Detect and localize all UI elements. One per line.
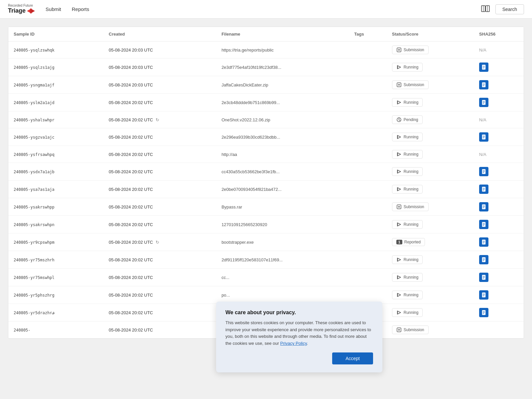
cell-sample-id: 240805-ysdx7a1ajb <box>8 163 103 181</box>
status-badge: Running <box>392 255 423 264</box>
col-filename: Filename <box>216 27 349 42</box>
sha-doc-icon[interactable] <box>479 80 488 89</box>
cell-sample-id: 240805-ysgzva1ajc <box>8 128 103 146</box>
cell-sample-id: 240805- <box>8 322 103 338</box>
cell-status: Running <box>387 128 474 146</box>
cell-tags <box>349 59 386 76</box>
cell-sha256: N/A <box>474 42 524 59</box>
cell-status: Pending <box>387 111 474 128</box>
table-row[interactable]: 240805-ysqlzswhqk05-08-2024 20:03 UTChtt… <box>8 42 524 59</box>
table-row[interactable]: 240805-yslm2a1ajd05-08-2024 20:02 UTC2e3… <box>8 94 524 111</box>
cell-sha256 <box>474 76 524 94</box>
cell-sample-id: 240805-ysa7as1aja <box>8 181 103 198</box>
status-badge: Running <box>392 273 423 282</box>
status-badge: Running <box>392 167 423 176</box>
cell-filename: cc430a55cb53662be3f3e1fb... <box>216 163 349 181</box>
cell-sha256 <box>474 181 524 198</box>
table-row[interactable]: 240805-ysgzva1ajc05-08-2024 20:02 UTC2e2… <box>8 128 524 146</box>
cell-tags <box>349 76 386 94</box>
sha-doc-icon[interactable] <box>479 202 488 211</box>
cell-sample-id: 240805-yr9cpswhpm <box>8 233 103 251</box>
sha-doc-icon[interactable] <box>479 220 488 229</box>
cell-status: Running <box>387 59 474 76</box>
cell-created: 05-08-2024 20:02 UTC <box>103 216 216 233</box>
main-content: Sample ID Created Filename Tags Status/S… <box>0 19 532 347</box>
table-row[interactable]: 240805-ysa7as1aja05-08-2024 20:02 UTC2e0… <box>8 181 524 198</box>
sha-doc-icon[interactable] <box>479 255 488 264</box>
privacy-policy-link[interactable]: Privacy Policy <box>280 341 307 346</box>
table-row[interactable]: 240805-ysfrsawhpq05-08-2024 20:02 UTChtt… <box>8 146 524 163</box>
status-badge: Submission <box>392 202 429 211</box>
nav-reports[interactable]: Reports <box>72 6 89 12</box>
status-badge: Pending <box>392 115 423 124</box>
status-badge: 1 Reported <box>392 238 425 246</box>
sha-doc-icon[interactable] <box>479 132 488 142</box>
table-row[interactable]: 240805-ysdx7a1ajb05-08-2024 20:02 UTCcc4… <box>8 163 524 181</box>
status-badge: Submission <box>392 46 429 54</box>
tri-right-icon <box>30 8 35 14</box>
col-sha256: SHA256 <box>474 27 524 42</box>
submission-icon <box>396 82 402 87</box>
cell-tags <box>349 181 386 198</box>
nav-submit[interactable]: Submit <box>46 6 61 12</box>
sha-doc-icon[interactable] <box>479 185 488 194</box>
sha-doc-icon[interactable] <box>479 63 488 72</box>
cell-tags <box>349 233 386 251</box>
table-row[interactable]: 240805-yr75mswhpl05-08-2024 20:02 UTCcc.… <box>8 269 524 286</box>
sha-doc-icon[interactable] <box>479 98 488 107</box>
cell-status: Submission <box>387 42 474 59</box>
col-created: Created <box>103 27 216 42</box>
table-row[interactable]: 240805-yshalswhpr05-08-2024 20:02 UTC ↻O… <box>8 111 524 128</box>
cell-sample-id: 240805-ysakrswhpp <box>8 198 103 216</box>
cell-created: 05-08-2024 20:02 UTC <box>103 322 216 338</box>
cell-sha256 <box>474 198 524 216</box>
refresh-icon[interactable]: ↻ <box>156 117 159 122</box>
cell-status: Running <box>387 251 474 269</box>
table-row[interactable]: 240805-yr9cpswhpm05-08-2024 20:02 UTC ↻b… <box>8 233 524 251</box>
book-icon[interactable] <box>481 5 490 13</box>
sha-doc-icon[interactable] <box>479 290 488 300</box>
cookie-text: This website stores cookies on your comp… <box>225 320 373 347</box>
main-nav: Submit Reports <box>46 6 481 12</box>
table-row[interactable]: 240805-yr5phszhrg05-08-2024 20:02 UTCpo.… <box>8 286 524 304</box>
table-row[interactable]: 240805-yr75mszhrh05-08-2024 20:02 UTC2df… <box>8 251 524 269</box>
cell-status: Running <box>387 286 474 304</box>
sha-doc-icon[interactable] <box>479 167 488 176</box>
cell-sha256 <box>474 59 524 76</box>
cell-created: 05-08-2024 20:02 UTC <box>103 251 216 269</box>
cell-filename: Bypass.rar <box>216 198 349 216</box>
cell-filename: 2e0be0700934054f821ba472... <box>216 181 349 198</box>
refresh-icon[interactable]: ↻ <box>156 240 159 245</box>
cell-status: Running <box>387 216 474 233</box>
cell-tags <box>349 269 386 286</box>
cell-tags <box>349 42 386 59</box>
cell-status: Submission <box>387 198 474 216</box>
submission-icon <box>396 327 402 332</box>
status-badge: Running <box>392 98 423 107</box>
col-status: Status/Score <box>387 27 474 42</box>
cell-tags <box>349 198 386 216</box>
col-tags: Tags <box>349 27 386 42</box>
cell-created: 05-08-2024 20:02 UTC <box>103 94 216 111</box>
sha-doc-icon[interactable] <box>479 273 488 282</box>
header-right: Search <box>481 4 524 14</box>
cell-tags <box>349 286 386 304</box>
table-row[interactable]: 240805-ysakrswhpn05-08-2024 20:02 UTC127… <box>8 216 524 233</box>
cell-created: 05-08-2024 20:02 UTC <box>103 286 216 304</box>
cell-status: Submission <box>387 322 474 338</box>
cell-sha256: N/A <box>474 146 524 163</box>
sha-doc-icon[interactable] <box>479 308 488 317</box>
cell-sample-id: 240805-yslm2a1ajd <box>8 94 103 111</box>
running-icon <box>396 257 402 262</box>
table-row[interactable]: 240805-ysakrswhpp05-08-2024 20:02 UTCByp… <box>8 198 524 216</box>
cell-sample-id: 240805-ysakrswhpn <box>8 216 103 233</box>
table-row[interactable]: 240805-ysngma1ajf05-08-2024 20:03 UTCJaf… <box>8 76 524 94</box>
status-badge: Running <box>392 308 423 317</box>
cell-created: 05-08-2024 20:02 UTC <box>103 198 216 216</box>
cell-filename: 2df91195ff120e583107e11f69... <box>216 251 349 269</box>
sha-doc-icon[interactable] <box>479 237 488 247</box>
search-button[interactable]: Search <box>495 4 524 14</box>
reported-count: 1 <box>396 240 402 244</box>
cell-sha256 <box>474 94 524 111</box>
table-row[interactable]: 240805-ysqlzs1ajg05-08-2024 20:03 UTC2e3… <box>8 59 524 76</box>
